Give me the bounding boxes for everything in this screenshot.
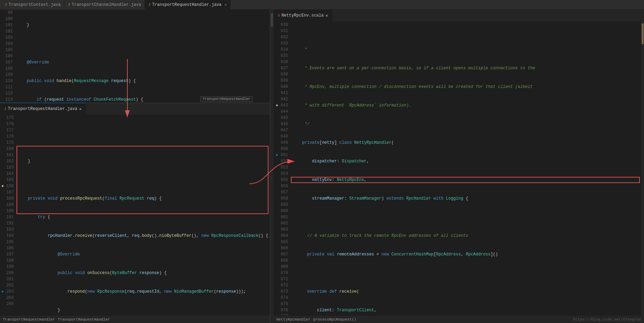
left-top-code: 99 100 101 102 103 104 105 106 107 108 1… [0,10,270,103]
left-status-item-2: TransportRequestHandler [58,317,110,322]
tab-transport-channel-handler[interactable]: J TransportChannelHandler.java [64,0,145,10]
global-tab-bar: J TransportContext.java J TransportChann… [0,0,644,10]
right-status-item-1: NettyRpcHandler [276,317,310,322]
left-bottom-tab-bar: J TransportRequestHandler.java ✕ [0,103,270,115]
right-code-lines: * * Events are sent on a per-connection … [291,22,641,315]
close-icon-bottom[interactable]: ✕ [79,107,82,112]
tab-netty-rpc-env[interactable]: S NettyRpcEnv.scala ✕ [274,10,332,21]
right-status-item-2: processRpcRequest() [313,317,356,322]
left-bottom-code: 175 176 177 178 179 180 181 182 183 184 … [0,115,270,315]
right-line-numbers: 630 631 632 633 634 635 636 637 638 639 … [274,22,291,315]
right-tab-bar: S NettyRpcEnv.scala ✕ [274,10,644,22]
right-minimap [641,22,644,315]
right-editor-pane: S NettyRpcEnv.scala ✕ 630 631 632 633 63… [274,10,644,323]
tab-bottom-transport-request-handler[interactable]: J TransportRequestHandler.java ✕ [0,103,86,115]
left-scrollbar-thumb[interactable] [271,13,273,27]
left-top-code-lines: } @Override public void handle(RequestMe… [15,10,270,103]
right-minimap-highlight [642,23,644,44]
left-bottom-line-numbers: 175 176 177 178 179 180 181 182 183 184 … [0,115,17,315]
editors-container: 99 100 101 102 103 104 105 106 107 108 1… [0,10,644,323]
close-icon[interactable]: ✕ [225,3,227,7]
watermark: https://blog.csdn.net/oTengYue [573,317,641,322]
left-bottom-code-lines: } private void processRpcRequest(final R… [17,115,270,315]
left-bottom-status-bar: TransportRequestHandler TransportRequest… [0,315,270,323]
close-icon-right[interactable]: ✕ [325,13,328,18]
main-container: J TransportContext.java J TransportChann… [0,0,644,323]
left-top-line-numbers: 99 100 101 102 103 104 105 106 107 108 1… [0,10,15,103]
right-code-container: 630 631 632 633 634 635 636 637 638 639 … [274,22,644,315]
tab-transport-request-handler[interactable]: J TransportRequestHandler.java ✕ [145,0,231,10]
tab-transport-context[interactable]: J TransportContext.java [1,0,64,10]
left-editor-pane: 99 100 101 102 103 104 105 106 107 108 1… [0,10,270,323]
left-status-item-1: TransportRequestHandler [3,317,55,322]
left-minimap [270,10,274,323]
